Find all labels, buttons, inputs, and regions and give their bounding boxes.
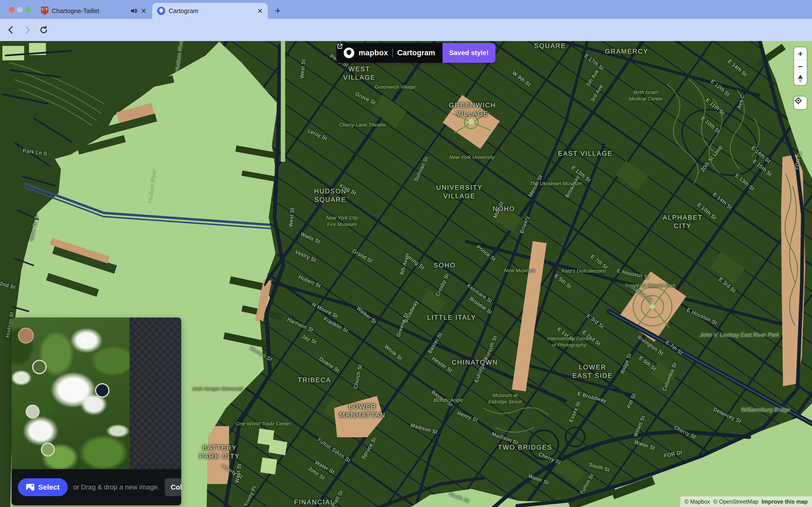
map-street-label: Cherry St (538, 451, 562, 466)
map-street-label: Essex St (567, 400, 582, 423)
map-street-label: Henry St (456, 410, 479, 423)
close-tab-icon[interactable]: ✕ (141, 7, 146, 15)
map-area-label: LOWER MANHATTAN (340, 402, 386, 419)
map-street-label: 6th Ave (398, 256, 410, 275)
map-street-label: Hester St (431, 355, 454, 374)
new-tab-button[interactable]: + (275, 5, 281, 16)
close-window-button[interactable] (9, 7, 14, 12)
map-street-label: Fulton St (316, 436, 339, 455)
map-street-label: White St (383, 343, 404, 362)
map-street-label: E 17th St (583, 52, 605, 72)
map-street-label: Cherry St (673, 424, 697, 440)
cartogram-header-badge: mapbox Cartogram Saved style! (337, 43, 495, 63)
select-image-button[interactable]: Select (18, 478, 68, 496)
map-area-label: FINANCIAL (294, 498, 335, 507)
palette-mode-dropdown[interactable]: Colorful (165, 478, 181, 496)
map-area-label: GRAMERCY (605, 47, 648, 56)
map-street-label: Franklin St (322, 316, 349, 334)
map-street-label: Broadway (402, 299, 419, 324)
map-poi-label: One World Trade Center (236, 420, 291, 427)
map-street-label: River Dr S (28, 215, 40, 241)
map-street-label: Prince St (475, 243, 497, 263)
color-swatch-dark-navy[interactable] (95, 383, 109, 398)
color-swatch-brown[interactable] (18, 328, 34, 344)
map-street-label: E Houston St (616, 268, 650, 281)
fullscreen-window-button[interactable] (25, 7, 31, 12)
map-street-label: E 11th St (704, 97, 726, 116)
map-street-label: Trinity Pl (242, 485, 258, 507)
map-area-label: NOHO (493, 205, 515, 213)
image-palette-panel: Select or Drag & drop a new image. Color… (12, 318, 181, 505)
osm-attribution-link[interactable]: © OpenStreetMap (713, 499, 758, 505)
map-poi-label: The Ukrainian Museum (529, 180, 582, 187)
map-area-label: LITTLE ITALY (427, 314, 476, 322)
image-icon (26, 484, 34, 491)
zoom-out-button[interactable]: − (794, 60, 807, 72)
tab-cartogram[interactable]: Cartogram ✕ (152, 3, 268, 19)
map-street-label: Jay St (301, 333, 318, 345)
map-street-label: Harrison St (286, 316, 314, 333)
image-preview-area[interactable] (12, 318, 181, 469)
map-street-label: E 13th St (734, 172, 756, 192)
mapbox-attribution-link[interactable]: © Mapbox (684, 499, 710, 505)
map-street-label: E 14th St (712, 191, 734, 211)
color-swatch-pale-sage[interactable] (26, 405, 40, 418)
map-street-label: Delancey St (712, 406, 743, 425)
zoom-in-button[interactable]: + (794, 47, 807, 60)
map-street-label: E 10th St (700, 115, 722, 135)
map-street-label: FDR Dr (794, 151, 803, 170)
saved-style-button[interactable]: Saved style! (443, 43, 495, 63)
close-tab-icon[interactable]: ✕ (257, 7, 263, 15)
map-street-label: E 14th St (727, 58, 749, 78)
map-street-label: Watts St (300, 231, 321, 245)
minimize-window-button[interactable] (17, 7, 23, 12)
map-attribution: © Mapbox © OpenStreetMap Improve this ma… (680, 496, 812, 507)
map-street-label: King St (339, 182, 358, 196)
back-button[interactable] (5, 24, 17, 36)
external-link-icon (337, 43, 343, 50)
compass-button[interactable] (794, 72, 807, 85)
improve-map-link[interactable]: Improve this map (762, 499, 808, 505)
map-street-label: Eldridge St (473, 355, 489, 383)
mapbox-brand-link[interactable]: mapbox Cartogram (337, 43, 443, 63)
map-street-label: Warren St (249, 344, 273, 362)
map-area-label: SQUARE (534, 42, 566, 50)
tab-title: Cartogram (169, 7, 254, 15)
app-name: Cartogram (397, 49, 435, 57)
map-street-label: Walker St (355, 305, 378, 326)
map-street-label: Liberty St (220, 462, 244, 480)
map-street-label: N Moore St (311, 301, 339, 319)
color-swatch-leaf-green[interactable] (41, 443, 55, 457)
map-street-label: Ave C (735, 94, 746, 110)
map-street-label: FDR Dr (663, 449, 683, 459)
tab-chartogne[interactable]: C-T Chartogne-Taillet ✕ (36, 3, 151, 19)
map-street-label: Mott St (492, 200, 505, 219)
map-water-label: Hudson River (173, 41, 185, 72)
map-street-label: E 3rd St (717, 276, 737, 294)
forward-button[interactable] (21, 24, 33, 36)
map-street-label: Park Ln S (22, 147, 48, 157)
audio-icon[interactable] (130, 7, 138, 15)
map-water-label: Hudson River (146, 169, 158, 204)
map-area-label: GREENWICH VILLAGE (449, 101, 496, 118)
map-area-label: SOHO (434, 261, 456, 270)
map-street-label: Madison St (410, 422, 439, 435)
map-street-label: E 5th St (638, 355, 658, 372)
map-street-label: Bayard St (430, 389, 454, 408)
drag-drop-hint: or Drag & drop a new image. (73, 483, 159, 491)
map-street-label: Broome St (468, 295, 494, 316)
map-area-label: UNIVERSITY VILLAGE (436, 183, 483, 201)
map-poi-label: Irish Hunger Memorial (193, 385, 243, 392)
map-street-label: E 12th St (710, 78, 731, 98)
map-street-label: Water St (633, 439, 656, 451)
color-swatch-dark-green[interactable] (32, 360, 47, 374)
map-street-label: Willett St (632, 414, 647, 438)
map-street-label: Broadway (564, 174, 581, 199)
reload-button[interactable] (38, 24, 50, 36)
map-area-label: LOWER EAST SIDE (572, 363, 613, 380)
geolocate-button[interactable] (794, 97, 807, 109)
map-area-label: TRIBECA (298, 376, 331, 384)
map-poi-label: Museum at Eldridge Street (489, 392, 522, 405)
map-street-label: Greene St (395, 312, 409, 338)
map-street-label: 3rd Ave (589, 83, 604, 103)
